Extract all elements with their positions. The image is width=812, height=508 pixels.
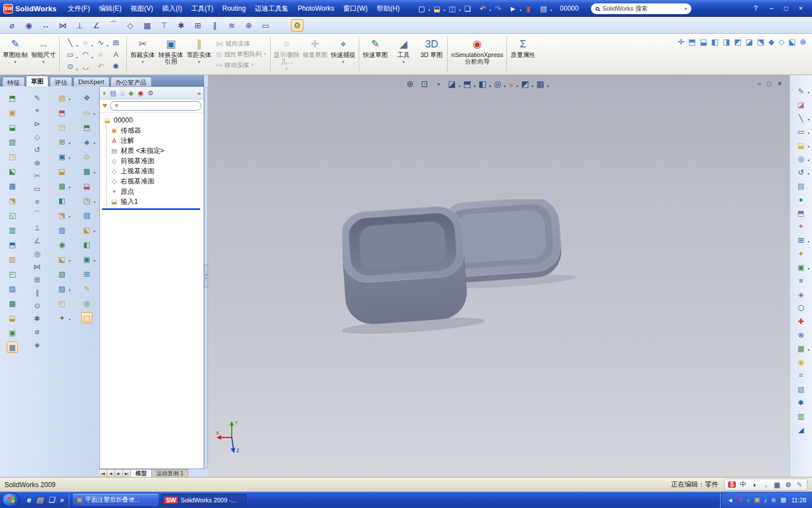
tray-icon[interactable]: ♪	[764, 497, 767, 503]
menu-item[interactable]: Routing	[218, 2, 250, 15]
splitter-handle-icon[interactable]: ◂▸	[204, 264, 208, 288]
feature-manager-tab-icon[interactable]: ▤	[110, 89, 116, 97]
toolbar-icon[interactable]: ⊤	[158, 19, 170, 32]
commandmanager-tab[interactable]: DimXpert	[73, 77, 109, 86]
view-toolbar-icon[interactable]: ⬕	[788, 37, 796, 46]
sketch-tool-icon[interactable]: ○	[78, 37, 93, 49]
sketch-tool-icon[interactable]: ∿	[93, 37, 108, 49]
model-motion-tab[interactable]: 运动算例 1	[152, 470, 188, 477]
view-toolbar-icon[interactable]: ◩	[734, 37, 742, 46]
window-control-button[interactable]: –	[767, 5, 776, 12]
toolbar-icon[interactable]: ▣	[796, 261, 807, 273]
standard-toolbar-icon[interactable]: ▢	[417, 3, 427, 14]
toolbar-icon[interactable]: ⊙	[81, 151, 92, 162]
toolbar-icon[interactable]: ✦	[56, 312, 68, 323]
toolbar-icon[interactable]: ◰	[7, 268, 18, 279]
menu-item[interactable]: 视图(V)	[126, 2, 158, 15]
tab-nav-button[interactable]: |◀	[99, 470, 107, 477]
toolbar-icon[interactable]: ▣	[81, 253, 92, 265]
toolbar-icon[interactable]: ▦	[141, 19, 153, 32]
toolbar-icon[interactable]: ✎	[32, 92, 43, 103]
commandmanager-tab[interactable]: 草图	[26, 76, 48, 86]
toolbar-icon[interactable]: ⬚	[81, 312, 92, 323]
toolbar-icon[interactable]: ⬓	[7, 121, 18, 133]
ribbon-small-button[interactable]: ↦ 移动实体	[216, 61, 266, 69]
taskbar-task-button[interactable]: SW SolidWorks 2009 -...	[161, 494, 246, 506]
toolbar-icon[interactable]: ╲	[796, 112, 807, 124]
commandmanager-tab[interactable]: 特征	[2, 77, 25, 86]
sketch-tool-icon[interactable]: ↶	[93, 60, 108, 72]
standard-toolbar-icon[interactable]: ↶	[478, 3, 488, 14]
sketch-tool-icon[interactable]: ✱	[108, 60, 123, 72]
toolbar-icon[interactable]: ◈	[32, 339, 43, 350]
standard-toolbar-icon[interactable]: ↷	[493, 3, 503, 14]
view-toolbar-icon[interactable]: ⊕	[800, 37, 806, 46]
ribbon-button[interactable]: ✎ 快速草图	[361, 35, 389, 73]
toolbar-icon[interactable]: ✱	[796, 397, 807, 408]
toolbar-icon[interactable]: ⊥	[32, 222, 43, 233]
tray-icon[interactable]: ▣	[754, 496, 760, 503]
toolbar-icon[interactable]: ⊳	[32, 118, 43, 129]
tree-item[interactable]: ◇ 上视基准面	[108, 166, 202, 176]
quick-launch-icon[interactable]: ▤	[36, 496, 43, 504]
menu-item[interactable]: 插入(I)	[158, 2, 187, 15]
tray-icon[interactable]: ◉	[771, 496, 776, 503]
toolbar-icon[interactable]: ⊞	[192, 19, 204, 32]
ribbon-small-button[interactable]: ⊞ 线性草图阵列	[216, 50, 266, 59]
sketch-tool-icon[interactable]: ⊙	[63, 60, 78, 72]
toolbar-icon[interactable]: ◎	[81, 297, 92, 309]
toolbar-icon[interactable]: ⋈	[32, 261, 43, 272]
document-window-button[interactable]: –	[757, 80, 761, 87]
tab-nav-button[interactable]: ▶|	[123, 470, 131, 477]
toolbar-icon[interactable]: ⬡	[796, 302, 807, 313]
start-button[interactable]	[2, 493, 20, 507]
toolbar-icon[interactable]: ≡	[796, 275, 807, 286]
toolbar-icon[interactable]: ◢	[796, 424, 807, 435]
toolbar-icon[interactable]: ▭	[81, 107, 92, 118]
ime-icon[interactable]: ◗	[751, 481, 758, 489]
toolbar-icon[interactable]: ⊞	[32, 274, 43, 285]
ribbon-button[interactable]: ◉ nSimulationXpress 分析向导	[449, 35, 505, 73]
toolbar-icon[interactable]: ∠	[32, 235, 43, 246]
quick-launch-icon[interactable]: e	[27, 496, 31, 504]
menu-item[interactable]: PhotoWorks	[293, 2, 339, 15]
toolbar-icon[interactable]: ▩	[7, 297, 18, 309]
menu-item[interactable]: 文件(F)	[63, 2, 94, 15]
ime-icon[interactable]: S	[728, 481, 736, 488]
toolbar-icon[interactable]: ◉	[796, 356, 807, 367]
tree-item[interactable]: ◇ 右视基准面	[108, 176, 202, 186]
feature-manager-tab-icon[interactable]: ♦	[103, 89, 106, 97]
feature-manager-tab-icon[interactable]: ⌂	[120, 89, 124, 97]
view-toolbar-icon[interactable]: ◪	[745, 37, 753, 46]
hud-icon[interactable]: ⊡	[421, 79, 429, 89]
rollback-bar[interactable]	[102, 208, 200, 210]
commandmanager-tab[interactable]: 办公室产品	[111, 77, 152, 86]
toolbar-icon[interactable]: ⊞	[56, 136, 68, 147]
standard-toolbar-icon[interactable]: ◫	[447, 3, 457, 14]
toolbar-icon[interactable]: ◱	[7, 209, 18, 221]
toolbar-icon[interactable]: ◎	[32, 248, 43, 259]
view-toolbar-icon[interactable]: ⬒	[689, 37, 696, 46]
help-button[interactable]: ?	[751, 5, 760, 12]
search-box[interactable]: SolidWorks 搜索	[591, 3, 691, 14]
ribbon-button[interactable]: ▣ 转换实体引用	[157, 35, 185, 73]
sketch-tool-icon[interactable]: ╲	[63, 37, 78, 49]
toolbar-icon[interactable]: ⬓	[796, 139, 807, 151]
toolbar-icon[interactable]: ⬕	[56, 253, 68, 265]
toolbar-icon[interactable]: ⌒	[107, 19, 120, 32]
window-control-button[interactable]: ×	[796, 5, 805, 12]
toolbar-icon[interactable]: ▣	[56, 151, 68, 162]
graphics-area[interactable]: ⊕⊡◔◪⬒◧◎●◩▦ –□×	[208, 75, 789, 477]
toolbar-icon[interactable]: ∥	[209, 19, 221, 32]
toolbar-icon[interactable]: ▭	[259, 19, 272, 32]
menu-item[interactable]: 帮助(H)	[372, 2, 404, 15]
toolbar-icon[interactable]: ⬔	[56, 209, 68, 221]
toolbar-icon[interactable]: ▤	[56, 92, 68, 103]
toolbar-icon[interactable]: ⌒	[32, 209, 43, 220]
toolbar-icon[interactable]: ▥	[56, 224, 68, 235]
toolbar-icon[interactable]: ⬕	[81, 224, 92, 235]
tree-item[interactable]: ⌖ 原点	[108, 186, 202, 196]
toolbar-icon[interactable]: ⊙	[32, 300, 43, 311]
document-window-button[interactable]: ×	[778, 80, 782, 87]
toolbar-icon[interactable]: ⬒	[81, 121, 92, 133]
